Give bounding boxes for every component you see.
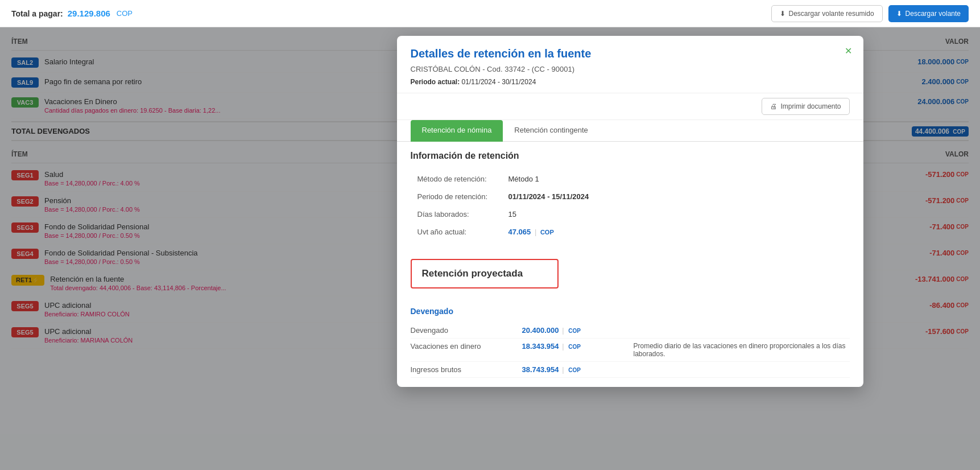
total-amount: 29.129.806 — [68, 9, 110, 18]
vacaciones-value: 18.343.954 | COP — [522, 342, 625, 351]
vacaciones-note: Promedio diario de las vacaciones en din… — [634, 342, 850, 358]
top-bar-actions: ⬇ Descargar volante resumido ⬇ Descargar… — [771, 5, 969, 22]
devengado-row: Devengado 20.400.000 | COP — [411, 323, 850, 339]
modal-close-button[interactable]: ✕ — [842, 44, 855, 57]
modal-tabs: Retención de nómina Retención contingent… — [397, 120, 863, 142]
vacaciones-row: Vacaciones en dinero 18.343.954 | COP Pr… — [411, 339, 850, 362]
devengado-label: Devengado — [411, 326, 513, 335]
retencion-modal: Detalles de retención en la fuente CRIST… — [397, 36, 863, 387]
vacaciones-label: Vacaciones en dinero — [411, 342, 513, 351]
tab-nomina[interactable]: Retención de nómina — [411, 120, 503, 142]
top-bar: Total a pagar: 29.129.806 COP ⬇ Descarga… — [0, 0, 980, 27]
print-button[interactable]: 🖨 Imprimir documento — [762, 98, 849, 115]
dias-value: 15 — [502, 205, 850, 223]
download-icon-2: ⬇ — [896, 10, 902, 18]
info-row-dias: Días laborados: 15 — [411, 205, 850, 223]
info-row-uvt: Uvt año actual: 47.065 | COP — [411, 223, 850, 241]
ingresos-brutos-row: Ingresos brutos 38.743.954 | COP — [411, 362, 850, 378]
devengado-section-title: Devengado — [411, 307, 850, 316]
metodo-value: Método 1 — [502, 170, 850, 188]
ingresos-label: Ingresos brutos — [411, 365, 513, 374]
retencion-proyectada-title: Retención proyectada — [422, 268, 547, 279]
descargar-volante-button[interactable]: ⬇ Descargar volante — [888, 5, 969, 22]
modal-subtitle: CRISTÓBAL COLÓN - Cod. 33742 - (CC - 900… — [411, 65, 850, 73]
info-row-metodo: Método de retención: Método 1 — [411, 170, 850, 188]
periodo-retencion-value: 01/11/2024 - 15/11/2024 — [502, 188, 850, 205]
print-icon: 🖨 — [770, 102, 777, 110]
descargar-volante-resumido-button[interactable]: ⬇ Descargar volante resumido — [771, 5, 883, 22]
total-label: Total a pagar: — [11, 9, 63, 18]
retencion-proyectada-box: Retención proyectada — [411, 259, 559, 288]
modal-title: Detalles de retención en la fuente — [411, 47, 850, 60]
uvt-value: 47.065 | COP — [502, 223, 850, 241]
total-currency: COP — [117, 9, 133, 18]
info-section-title: Información de retención — [411, 151, 850, 161]
devengado-section: Devengado Devengado 20.400.000 | COP Vac… — [411, 307, 850, 378]
ingresos-value: 38.743.954 | COP — [522, 365, 625, 374]
modal-header: Detalles de retención en la fuente CRIST… — [397, 36, 863, 93]
info-table: Método de retención: Método 1 Periodo de… — [411, 170, 850, 241]
devengado-value: 20.400.000 | COP — [522, 326, 625, 335]
info-row-periodo: Periodo de retención: 01/11/2024 - 15/11… — [411, 188, 850, 205]
dias-label: Días laborados: — [411, 205, 502, 223]
modal-period: Periodo actual: 01/11/2024 - 30/11/2024 — [411, 78, 850, 86]
tab-contingente[interactable]: Retención contingente — [503, 120, 599, 142]
uvt-label: Uvt año actual: — [411, 223, 502, 241]
total-section: Total a pagar: 29.129.806 COP — [11, 9, 133, 18]
metodo-label: Método de retención: — [411, 170, 502, 188]
periodo-retencion-label: Periodo de retención: — [411, 188, 502, 205]
modal-body: Información de retención Método de reten… — [397, 142, 863, 387]
main-content: ÍTEM VALOR SAL2 Salario Integral 18.000.… — [0, 27, 980, 470]
download-icon: ⬇ — [780, 10, 785, 18]
modal-print-row: 🖨 Imprimir documento — [397, 93, 863, 120]
